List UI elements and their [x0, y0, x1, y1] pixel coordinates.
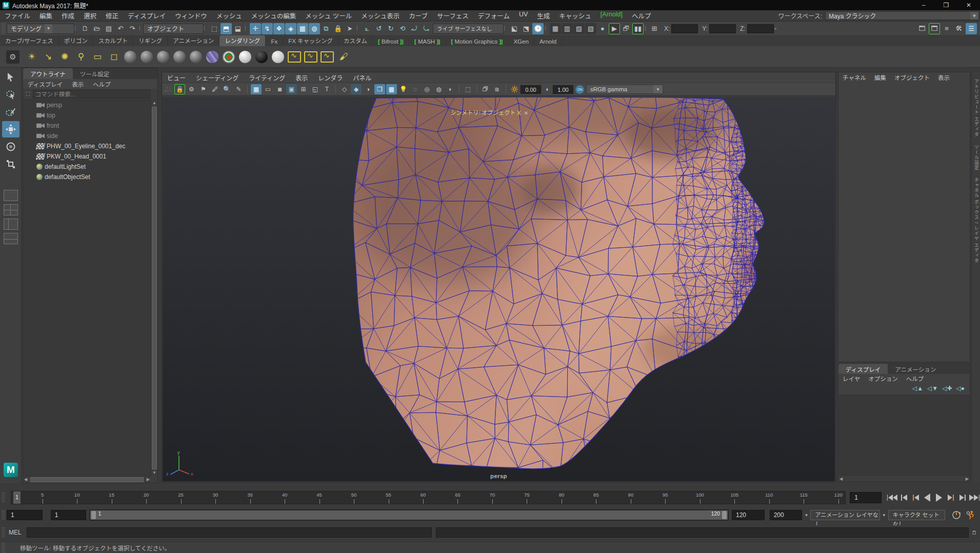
- scale-tool[interactable]: [2, 156, 19, 172]
- head-mesh-model[interactable]: [163, 97, 835, 481]
- menu-8[interactable]: メッシュの編集: [247, 11, 301, 21]
- outliner-item-side[interactable]: side: [23, 131, 151, 141]
- layer-editor-menu-レイヤ[interactable]: レイヤ: [838, 374, 864, 383]
- section-separator[interactable]: ▏: [245, 23, 249, 34]
- layout-two-pane-vertical-button[interactable]: [4, 219, 18, 230]
- xray-icon[interactable]: 🗇: [480, 84, 491, 94]
- outliner-item-persp[interactable]: persp: [23, 100, 151, 110]
- range-end-handle[interactable]: [722, 511, 727, 519]
- select-object-icon[interactable]: ⬒: [221, 23, 232, 34]
- select-tool[interactable]: [2, 69, 19, 85]
- animation-preferences-icon[interactable]: [966, 510, 976, 520]
- range-slider-bar[interactable]: [90, 510, 728, 520]
- image-plane-icon[interactable]: 🖉: [210, 84, 221, 94]
- outliner-menu-ヘルプ[interactable]: ヘルプ: [88, 80, 115, 88]
- exposure-icon[interactable]: 🔆: [509, 84, 520, 94]
- animation-end-field[interactable]: 200: [770, 510, 803, 520]
- tab-ツール設定[interactable]: ツール設定: [73, 68, 117, 79]
- move-layer-down-icon[interactable]: ◁▼: [927, 385, 938, 392]
- outliner-item-front[interactable]: front: [23, 121, 151, 131]
- script-editor-icon[interactable]: 🗒: [970, 528, 979, 537]
- outliner-item-PHW_00_Eyeline_0001_dec[interactable]: PHW_00_Eyeline_0001_dec: [23, 141, 151, 151]
- menu-14[interactable]: UV: [514, 11, 532, 21]
- menu-4[interactable]: 修正: [101, 11, 123, 21]
- play-forward-button[interactable]: [934, 492, 945, 503]
- drag-handle[interactable]: [2, 492, 5, 503]
- viewport-menu-表示[interactable]: 表示: [290, 73, 313, 82]
- current-frame-field[interactable]: 1: [850, 492, 882, 503]
- sphere-gray-icon[interactable]: [188, 49, 204, 65]
- sphere-light-icon[interactable]: [270, 49, 286, 65]
- lock-icon[interactable]: 🔒: [332, 23, 344, 34]
- drag-handle[interactable]: [2, 24, 5, 34]
- outliner-item-defaultLightSet[interactable]: defaultLightSet: [23, 162, 151, 172]
- drag-handle[interactable]: [2, 543, 5, 553]
- shelf-tab-Fx[interactable]: Fx: [266, 37, 283, 46]
- time-slider[interactable]: 5101520253035404550556065707580859095100…: [11, 491, 846, 504]
- command-search-input[interactable]: [33, 90, 150, 98]
- menu-7[interactable]: メッシュ: [212, 11, 247, 21]
- quick-rename-icon[interactable]: ⬕: [509, 23, 520, 34]
- snap-grid-icon[interactable]: ✛: [250, 23, 261, 34]
- shelf-tab-XGen[interactable]: XGen: [508, 37, 534, 46]
- scroll-left-icon[interactable]: ◀: [24, 477, 27, 483]
- motion-blur-icon[interactable]: ◐: [445, 84, 456, 94]
- wireframe-on-shaded-icon[interactable]: ◑: [363, 84, 373, 94]
- safe-action-icon[interactable]: ◱: [310, 84, 321, 94]
- paint-select-tool[interactable]: [2, 104, 19, 120]
- move-layer-up-icon[interactable]: ◁▲: [912, 385, 923, 392]
- gamma-icon[interactable]: ◖: [542, 84, 552, 94]
- save-scene-icon[interactable]: ▤: [103, 23, 114, 34]
- animation-layer-field[interactable]: アニメーション レイヤなし: [810, 510, 879, 520]
- sphere-gray-icon[interactable]: [172, 49, 187, 65]
- channel-box-menu-表示[interactable]: 表示: [934, 73, 954, 82]
- point-light-icon[interactable]: ✺: [57, 49, 72, 65]
- menu-6[interactable]: ウィンドウ: [170, 11, 212, 21]
- 2d-pan-zoom-icon[interactable]: 🔍: [222, 84, 232, 94]
- ambient-light-icon[interactable]: ☀: [24, 49, 39, 65]
- playback-start-field[interactable]: 1: [51, 510, 87, 520]
- selection-mask-dropdown[interactable]: オブジェクト: [143, 24, 204, 34]
- directional-light-icon[interactable]: ↘: [41, 49, 56, 65]
- film-gate-icon[interactable]: ▭: [263, 84, 273, 94]
- grid-toggle-icon[interactable]: ▦: [251, 84, 262, 94]
- sidebar-vtab-0[interactable]: アトリビュート エディタ: [973, 79, 980, 137]
- outliner-menu-表示[interactable]: 表示: [67, 80, 88, 88]
- menu-2[interactable]: 作成: [57, 11, 79, 21]
- launch-render-icon[interactable]: 🗗: [621, 23, 632, 34]
- undo-icon[interactable]: ↶: [115, 23, 126, 34]
- exposure-field[interactable]: 0.00: [521, 85, 541, 94]
- show-humanik-icon[interactable]: 🗖: [929, 23, 940, 34]
- layout-two-pane-horizontal-button[interactable]: [4, 233, 18, 244]
- shelf-tab-スカルプト[interactable]: スカルプト: [93, 35, 134, 46]
- highlight-selection-icon[interactable]: ➤: [344, 23, 355, 34]
- snap-point-icon[interactable]: ❖: [273, 23, 285, 34]
- viewport-menu-パネル[interactable]: パネル: [348, 73, 376, 82]
- section-separator[interactable]: ▏: [139, 23, 143, 34]
- outliner-vertical-scrollbar[interactable]: ▲ ▼: [151, 100, 157, 476]
- live-surface-field[interactable]: ライブ サーフェスなし: [433, 24, 504, 34]
- shelf-tab-FX キャッシング[interactable]: FX キャッシング: [283, 35, 338, 46]
- outliner-item-top[interactable]: top: [23, 110, 151, 121]
- select-frame-icon[interactable]: ⛶: [26, 91, 30, 97]
- render-current-frame-icon[interactable]: ▥: [562, 23, 573, 34]
- area-light-icon[interactable]: ▭: [90, 49, 105, 65]
- chevron-down-icon[interactable]: ▼: [880, 510, 888, 520]
- outliner-menu-ディスプレイ[interactable]: ディスプレイ: [23, 80, 67, 88]
- render-view-icon[interactable]: ▦: [550, 23, 561, 34]
- show-attribute-editor-icon[interactable]: ≡: [941, 23, 952, 34]
- scroll-right-icon[interactable]: ▶: [966, 477, 969, 481]
- auto-keyframe-icon[interactable]: [951, 510, 962, 520]
- sphere-gray-icon[interactable]: [155, 49, 171, 65]
- render-settings-icon[interactable]: ▧: [585, 23, 596, 34]
- hypershade-icon[interactable]: ●: [597, 23, 608, 34]
- current-time-indicator[interactable]: 1: [13, 491, 21, 504]
- channel-box-menu-チャネル[interactable]: チャネル: [838, 73, 870, 82]
- arnold-render-icon[interactable]: ▶: [609, 23, 620, 34]
- go-to-start-button[interactable]: [887, 492, 897, 503]
- menu-0[interactable]: ファイル: [0, 11, 35, 21]
- shaded-mode-icon[interactable]: ◆: [351, 84, 362, 94]
- camera-attributes-icon[interactable]: ⚙: [186, 84, 197, 94]
- viewport-menu-シェーディング[interactable]: シェーディング: [191, 73, 244, 82]
- section-separator[interactable]: ▏: [204, 23, 208, 34]
